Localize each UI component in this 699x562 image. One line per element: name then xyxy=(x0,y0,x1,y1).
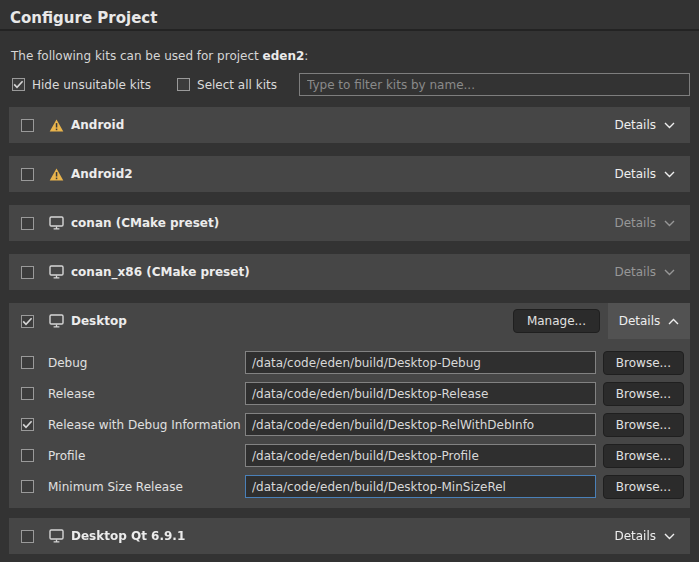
desktop-monitor-icon xyxy=(49,265,64,279)
kit-checkbox[interactable] xyxy=(21,119,34,132)
select-all-kits-checkbox[interactable]: Select all kits xyxy=(177,78,277,92)
build-config-list: Debug Browse... Release Browse... Releas… xyxy=(9,339,690,502)
browse-button[interactable]: Browse... xyxy=(603,413,684,437)
details-button-android[interactable]: Details xyxy=(611,118,678,132)
build-dir-input-debug[interactable] xyxy=(245,351,596,374)
details-button-conan-x86: Details xyxy=(611,265,678,279)
build-config-label: Profile xyxy=(48,449,245,463)
browse-button[interactable]: Browse... xyxy=(603,351,684,375)
details-label: Details xyxy=(614,118,656,132)
project-name: eden2 xyxy=(263,49,305,63)
build-config-checkbox[interactable] xyxy=(21,356,34,369)
details-button-android2[interactable]: Details xyxy=(611,167,678,181)
hide-unsuitable-kits-label: Hide unsuitable kits xyxy=(32,78,151,92)
kit-checkbox[interactable] xyxy=(21,217,34,230)
build-config-checkbox[interactable] xyxy=(21,449,34,462)
build-config-row-relwithdebinfo: Release with Debug Information Browse... xyxy=(21,409,684,440)
kit-name: conan (CMake preset) xyxy=(71,216,219,230)
kit-checkbox[interactable] xyxy=(21,168,34,181)
kit-row-desktop[interactable]: Desktop Manage... Details xyxy=(9,303,690,339)
build-dir-input-relwithdebinfo[interactable] xyxy=(245,413,596,436)
desktop-monitor-icon xyxy=(49,216,64,230)
hide-unsuitable-kits-checkbox[interactable]: Hide unsuitable kits xyxy=(12,78,151,92)
details-button-desktop-qt-691[interactable]: Details xyxy=(611,529,678,543)
chevron-down-icon xyxy=(664,122,675,129)
build-config-checkbox[interactable] xyxy=(21,418,34,431)
kit-row-conan[interactable]: conan (CMake preset) Details xyxy=(9,205,690,241)
kit-filter-input[interactable] xyxy=(299,73,690,96)
page-title: Configure Project xyxy=(0,0,699,31)
details-button-desktop[interactable]: Details xyxy=(608,303,690,339)
kit-checkbox[interactable] xyxy=(21,315,34,328)
details-label: Details xyxy=(614,529,656,543)
kit-name: Desktop xyxy=(71,314,127,328)
chevron-up-icon xyxy=(668,318,679,325)
browse-button[interactable]: Browse... xyxy=(603,475,684,499)
build-config-row-profile: Profile Browse... xyxy=(21,440,684,471)
build-config-row-minsizerel: Minimum Size Release Browse... xyxy=(21,471,684,502)
subtitle-suffix: : xyxy=(304,49,308,63)
chevron-down-icon xyxy=(664,171,675,178)
chevron-down-icon xyxy=(664,220,675,227)
kit-section-desktop: Desktop Manage... Details Debug Browse..… xyxy=(9,303,690,508)
build-config-label: Release xyxy=(48,387,245,401)
build-config-row-debug: Debug Browse... xyxy=(21,347,684,378)
kit-row-android[interactable]: Android Details xyxy=(9,107,690,143)
chevron-down-icon xyxy=(664,533,675,540)
details-label: Details xyxy=(619,314,661,328)
build-config-row-release: Release Browse... xyxy=(21,378,684,409)
build-config-checkbox[interactable] xyxy=(21,480,34,493)
kit-checkbox[interactable] xyxy=(21,266,34,279)
warning-icon xyxy=(49,119,64,132)
details-label: Details xyxy=(614,167,656,181)
build-config-checkbox[interactable] xyxy=(21,387,34,400)
kit-list: Android Details Android2 Details conan (… xyxy=(9,107,690,562)
checkbox-unchecked-icon[interactable] xyxy=(177,78,190,91)
kit-row-desktop-qt-691[interactable]: Desktop Qt 6.9.1 Details xyxy=(9,518,690,554)
details-button-conan: Details xyxy=(611,216,678,230)
kit-row-conan-x86[interactable]: conan_x86 (CMake preset) Details xyxy=(9,254,690,290)
build-config-label: Release with Debug Information xyxy=(48,418,245,432)
kit-row-android2[interactable]: Android2 Details xyxy=(9,156,690,192)
build-dir-input-release[interactable] xyxy=(245,382,596,405)
select-all-kits-label: Select all kits xyxy=(197,78,277,92)
details-label: Details xyxy=(614,265,656,279)
desktop-monitor-icon xyxy=(49,314,64,328)
kit-name: Desktop Qt 6.9.1 xyxy=(71,529,185,543)
browse-button[interactable]: Browse... xyxy=(603,444,684,468)
desktop-monitor-icon xyxy=(49,529,64,543)
kit-checkbox[interactable] xyxy=(21,530,34,543)
details-label: Details xyxy=(614,216,656,230)
chevron-down-icon xyxy=(664,269,675,276)
build-config-label: Debug xyxy=(48,356,245,370)
kit-name: Android2 xyxy=(71,167,133,181)
warning-icon xyxy=(49,168,64,181)
kit-name: Android xyxy=(71,118,124,132)
manage-kits-button[interactable]: Manage... xyxy=(513,309,600,333)
build-dir-input-minsizerel[interactable] xyxy=(245,475,596,498)
kit-filter-toolbar: Hide unsuitable kits Select all kits xyxy=(12,73,690,96)
build-dir-input-profile[interactable] xyxy=(245,444,596,467)
checkbox-checked-icon[interactable] xyxy=(12,78,25,91)
subtitle-prefix: The following kits can be used for proje… xyxy=(11,49,263,63)
kit-name: conan_x86 (CMake preset) xyxy=(71,265,250,279)
browse-button[interactable]: Browse... xyxy=(603,382,684,406)
kits-description: The following kits can be used for proje… xyxy=(11,49,308,63)
build-config-label: Minimum Size Release xyxy=(48,480,245,494)
